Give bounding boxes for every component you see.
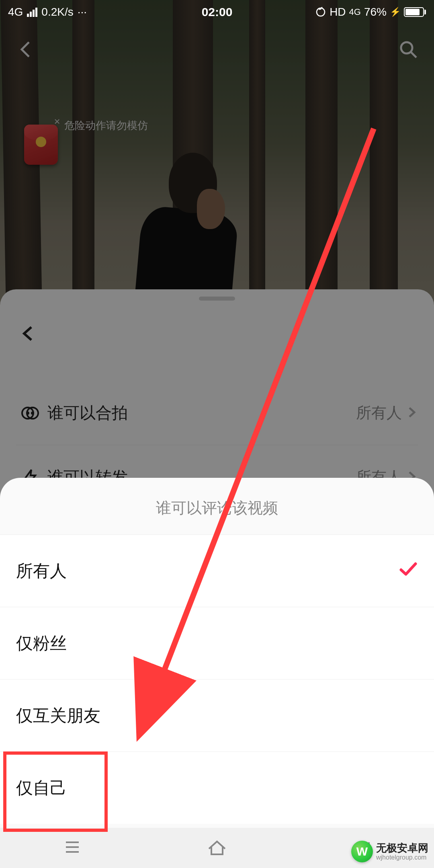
nav-recent-button[interactable] xyxy=(62,837,83,859)
comment-permission-sheet: 谁可以评论该视频 所有人 仅粉丝 仅互关朋友 仅自己 xyxy=(0,478,434,868)
mute-icon xyxy=(315,6,326,18)
watermark-logo-icon: W xyxy=(351,841,373,862)
battery-icon xyxy=(404,7,426,17)
charging-icon: ⚡ xyxy=(390,7,401,17)
more-dots: ··· xyxy=(78,6,87,18)
hd-label: HD xyxy=(330,6,346,18)
network-type-label: 4G xyxy=(8,6,23,18)
watermark-name: 无极安卓网 xyxy=(376,842,428,854)
network-speed-label: 0.2K/s xyxy=(41,6,73,18)
option-mutual-friends[interactable]: 仅互关朋友 xyxy=(0,679,434,751)
nav-home-button[interactable] xyxy=(207,837,227,859)
watermark-domain: wjhotelgroup.com xyxy=(376,854,428,861)
option-fans-only[interactable]: 仅粉丝 xyxy=(0,607,434,679)
battery-percent-label: 76% xyxy=(364,6,387,18)
checkmark-icon xyxy=(398,559,418,583)
watermark: W 无极安卓网 wjhotelgroup.com xyxy=(351,841,428,862)
network-type-right: 4G xyxy=(349,7,361,17)
option-label: 仅自己 xyxy=(16,777,67,799)
option-everyone[interactable]: 所有人 xyxy=(0,534,434,607)
signal-icon xyxy=(27,8,37,17)
option-label: 所有人 xyxy=(16,560,67,582)
sheet-title: 谁可以评论该视频 xyxy=(0,478,434,534)
clock-label: 02:00 xyxy=(202,5,233,19)
status-bar: 4G 0.2K/s ··· 02:00 HD 4G 76% ⚡ xyxy=(0,0,434,24)
option-label: 仅粉丝 xyxy=(16,632,67,655)
option-label: 仅互关朋友 xyxy=(16,704,100,727)
option-self-only[interactable]: 仅自己 xyxy=(0,751,434,824)
